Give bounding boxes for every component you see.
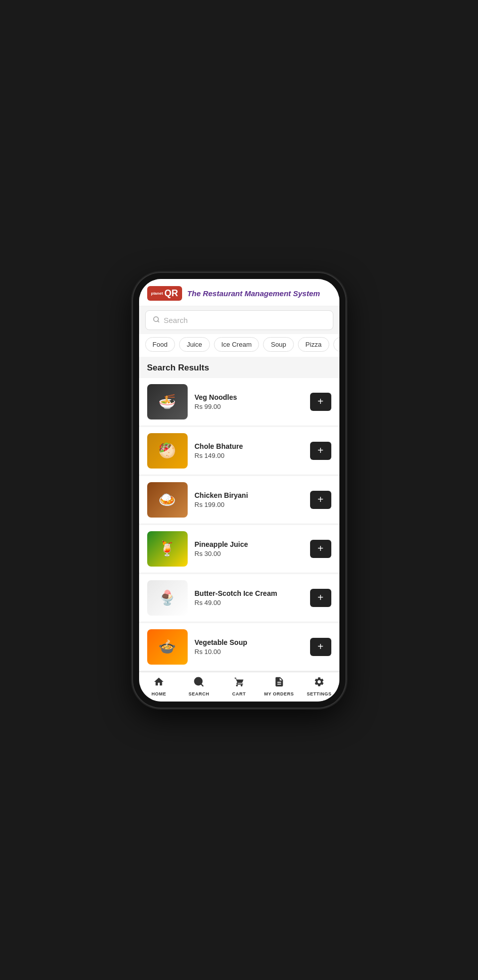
- food-image-chicken-biryani: 🍛: [147, 482, 188, 518]
- food-image-vegetable-soup: 🍲: [147, 629, 188, 665]
- phone-frame: planet QR The Restaurant Management Syst…: [133, 273, 345, 708]
- list-item: 🍨 Butter-Scotch Ice Cream Rs 49.00 +: [139, 574, 339, 622]
- food-info-chicken-biryani: Chicken Biryani Rs 199.00: [195, 491, 303, 508]
- section-title: Search Results: [139, 357, 339, 377]
- nav-item-my-orders[interactable]: MY ORDERS: [259, 676, 299, 696]
- svg-line-3: [201, 684, 203, 686]
- add-button-chole-bhature[interactable]: +: [310, 442, 331, 460]
- food-name: Chicken Biryani: [195, 491, 303, 499]
- logo-planet-text: planet: [151, 291, 163, 296]
- app-title: The Restaurant Management System: [187, 289, 320, 298]
- food-price: Rs 10.00: [195, 648, 303, 656]
- settings-icon: [314, 676, 325, 690]
- add-button-pineapple-juice[interactable]: +: [310, 540, 331, 558]
- nav-label-search: SEARCH: [189, 691, 209, 696]
- food-price: Rs 149.00: [195, 452, 303, 459]
- cart-icon: [234, 676, 245, 690]
- nav-label-cart: CART: [232, 691, 246, 696]
- food-price: Rs 30.00: [195, 550, 303, 557]
- search-bar[interactable]: Search: [145, 310, 333, 330]
- category-tab-ice-cream[interactable]: Ice Cream: [214, 337, 259, 352]
- food-price: Rs 199.00: [195, 501, 303, 508]
- nav-label-home: HOME: [152, 691, 166, 696]
- nav-item-search[interactable]: SEARCH: [179, 676, 219, 696]
- search-placeholder: Search: [164, 316, 188, 324]
- search-nav-icon: [193, 676, 204, 690]
- nav-label-my-orders: MY ORDERS: [264, 691, 294, 696]
- category-tab-drinks[interactable]: Drinks: [333, 337, 339, 352]
- nav-label-settings: SETTINGS: [307, 691, 331, 696]
- nav-item-settings[interactable]: SETTINGS: [299, 676, 339, 696]
- screen-content: Search Food Juice Ice Cream Soup Pizza D…: [139, 306, 339, 672]
- nav-item-home[interactable]: HOME: [139, 676, 179, 696]
- category-tabs: Food Juice Ice Cream Soup Pizza Drinks: [139, 334, 339, 357]
- search-icon: [153, 316, 160, 324]
- list-item: 🍜 Veg Noodles Rs 99.00 +: [139, 378, 339, 426]
- add-button-vegetable-soup[interactable]: +: [310, 638, 331, 656]
- food-info-chole-bhature: Chole Bhature Rs 149.00: [195, 442, 303, 459]
- food-image-butterscotch-icecream: 🍨: [147, 580, 188, 616]
- food-price: Rs 99.00: [195, 403, 303, 410]
- food-list: 🍜 Veg Noodles Rs 99.00 + 🥙 Chole Bhature…: [139, 378, 339, 672]
- list-item: 🍲 Vegetable Soup Rs 10.00 +: [139, 623, 339, 671]
- category-tab-food[interactable]: Food: [145, 337, 176, 352]
- list-item: 🍹 Pineapple Juice Rs 30.00 +: [139, 525, 339, 573]
- list-item: 🥙 Chole Bhature Rs 149.00 +: [139, 427, 339, 475]
- food-name: Chole Bhature: [195, 442, 303, 450]
- food-name: Veg Noodles: [195, 393, 303, 401]
- nav-item-cart[interactable]: CART: [219, 676, 259, 696]
- food-name: Butter-Scotch Ice Cream: [195, 589, 303, 597]
- phone-screen: planet QR The Restaurant Management Syst…: [139, 279, 339, 702]
- food-image-veg-noodles: 🍜: [147, 384, 188, 419]
- svg-line-1: [157, 320, 159, 322]
- list-item: 🍛 Chicken Biryani Rs 199.00 +: [139, 476, 339, 524]
- food-info-veg-noodles: Veg Noodles Rs 99.00: [195, 393, 303, 410]
- orders-icon: [274, 676, 285, 690]
- logo-qr-text: QR: [164, 288, 178, 299]
- food-image-pineapple-juice: 🍹: [147, 531, 188, 567]
- food-image-chole-bhature: 🥙: [147, 433, 188, 469]
- food-info-butterscotch-icecream: Butter-Scotch Ice Cream Rs 49.00: [195, 589, 303, 606]
- food-name: Vegetable Soup: [195, 638, 303, 646]
- category-tab-pizza[interactable]: Pizza: [298, 337, 329, 352]
- add-button-chicken-biryani[interactable]: +: [310, 491, 331, 509]
- app-header: planet QR The Restaurant Management Syst…: [139, 279, 339, 306]
- food-info-pineapple-juice: Pineapple Juice Rs 30.00: [195, 540, 303, 557]
- category-tab-juice[interactable]: Juice: [179, 337, 209, 352]
- food-price: Rs 49.00: [195, 599, 303, 606]
- logo: planet QR: [147, 286, 183, 301]
- food-info-vegetable-soup: Vegetable Soup Rs 10.00: [195, 638, 303, 656]
- food-name: Pineapple Juice: [195, 540, 303, 548]
- bottom-nav: HOME SEARCH CART: [139, 672, 339, 702]
- add-button-veg-noodles[interactable]: +: [310, 393, 331, 411]
- add-button-butterscotch-icecream[interactable]: +: [310, 589, 331, 607]
- home-icon: [153, 676, 164, 690]
- category-tab-soup[interactable]: Soup: [263, 337, 293, 352]
